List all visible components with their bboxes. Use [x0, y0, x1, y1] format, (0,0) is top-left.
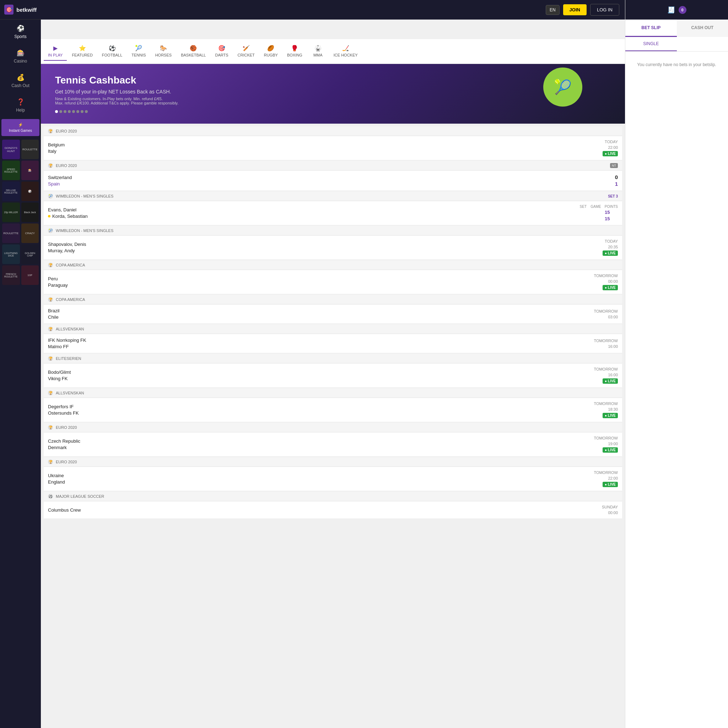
competition-header-1: 🏆 EURO 2020 — [44, 127, 622, 136]
match-row[interactable]: IFK Norrkoping FK Malmo FF TOMORROW 16:0… — [44, 334, 622, 353]
comp-flag-1: 🏆 — [48, 128, 53, 134]
match-teams-6: Brazil Chile — [48, 308, 60, 320]
darts-label: DARTS — [215, 53, 228, 57]
sidebar-item-instant-games[interactable]: ⚡ Instant Games — [2, 119, 40, 136]
match-time-6: 03:00 — [608, 315, 618, 319]
game-thumb-golden-chip[interactable]: GOLDEN CHIP — [21, 245, 39, 264]
sport-nav-mma[interactable]: 🥋 MMA — [307, 42, 329, 61]
game-thumb-roulette2[interactable]: ROULETTE — [2, 223, 20, 243]
score-switzerland: 0 — [615, 174, 618, 180]
match-teams-7: IFK Norrkoping FK Malmo FF — [48, 338, 86, 349]
match-scores-3: SET GAME POINTS 1 3 15 1 5 15 — [579, 205, 618, 221]
game-thumb-lightning[interactable]: LIGHTNING DICE — [2, 245, 20, 264]
sport-nav-featured[interactable]: ⭐ FEATURED — [67, 42, 96, 61]
sport-nav-horses[interactable]: 🐎 HORSES — [151, 42, 176, 61]
competition-name-4: WIMBLEDON - MEN'S SINGLES — [56, 228, 113, 233]
cricket-icon: 🏏 — [243, 45, 250, 52]
match-group-euro2020-4: 🏆 EURO 2020 Ukraine England TOMORROW 22:… — [44, 457, 622, 491]
promo-banner[interactable]: Tennis Cashback Get 10% of your in-play … — [41, 64, 625, 124]
boxing-icon: 🥊 — [291, 45, 298, 52]
sidebar-item-help[interactable]: ❓ Help — [0, 93, 41, 118]
game-thumb-crazy[interactable]: CRAZY — [21, 223, 39, 243]
match-row[interactable]: Ukraine England TOMORROW 22:00 ● LIVE — [44, 467, 622, 491]
competition-name-5: COPA AMERICA — [56, 263, 85, 267]
match-row[interactable]: Switzerland Spain 0 1 — [44, 171, 622, 191]
game-thumb-10f[interactable]: 10F — [21, 265, 39, 285]
competition-header-7: 🏆 ALLSVENSKAN — [44, 324, 622, 334]
match-row[interactable]: Brazil Chile TOMORROW 03:00 — [44, 304, 622, 324]
match-meta-4: TODAY 20:35 ● LIVE — [603, 239, 618, 256]
game-thumb-20p[interactable]: 20p MILLER — [2, 202, 20, 222]
tab-bet-slip[interactable]: BET SLIP — [626, 20, 677, 37]
score-spain: 1 — [615, 181, 618, 187]
match-row[interactable]: Belgium Italy TODAY 22:00 ● LIVE — [44, 136, 622, 160]
match-teams-9: Degerfors IF Ostersunds FK — [48, 404, 79, 416]
match-time-10: 19:00 — [608, 442, 618, 446]
match-row[interactable]: Shapovalov, Denis Murray, Andy TODAY 20:… — [44, 236, 622, 260]
match-row[interactable]: Peru Paraguay TOMORROW 00:00 ● LIVE — [44, 270, 622, 294]
sidebar-item-sports[interactable]: ⚽ Sports — [0, 20, 41, 44]
game-thumb-blackjack[interactable]: Black Jack — [21, 202, 39, 222]
game-thumb-deluxe-roulette[interactable]: DELUXE ROULETTE — [2, 182, 20, 201]
tab-single[interactable]: SINGLE — [626, 37, 677, 51]
team-peru: Peru — [48, 276, 68, 281]
match-time-4: 20:35 — [608, 245, 618, 249]
mma-label: MMA — [314, 53, 323, 57]
join-button[interactable]: JOIN — [563, 4, 587, 15]
match-group-allsvenskan-1: 🏆 ALLSVENSKAN IFK Norrkoping FK Malmo FF… — [44, 324, 622, 353]
sport-nav-tennis[interactable]: 🎾 TENNIS — [127, 42, 150, 61]
match-row[interactable]: Bodo/Glimt Viking FK TOMORROW 16:00 ● LI… — [44, 364, 622, 388]
match-meta-9: TOMORROW 18:30 ● LIVE — [594, 401, 618, 418]
match-group-allsvenskan-2: 🏆 ALLSVENSKAN Degerfors IF Ostersunds FK… — [44, 388, 622, 422]
team-paraguay: Paraguay — [48, 283, 68, 288]
sport-nav-basketball[interactable]: 🏀 BASKETBALL — [177, 42, 210, 61]
instant-games-icon: ⚡ — [18, 122, 23, 127]
match-row[interactable]: Evans, Daniel Korda, Sebastian SET GAME … — [44, 201, 622, 225]
match-meta-10: TOMORROW 19:00 ● LIVE — [594, 436, 618, 453]
match-day-7: TOMORROW — [594, 339, 618, 343]
game-thumb-slot1[interactable]: 🎰 — [21, 161, 39, 180]
sport-nav-in-play[interactable]: ▶ IN PLAY — [44, 42, 67, 61]
game-thumb-gonzo[interactable]: GONZO'S HUNT — [2, 140, 20, 159]
match-row[interactable]: Columbus Crew SUNDAY 00:00 — [44, 501, 622, 519]
team-switzerland: Switzerland — [48, 175, 72, 180]
match-group-euro2020-2: 🏆 EURO 2020 NT Switzerland Spain 0 1 — [44, 161, 622, 191]
competition-name-9: ALLSVENSKAN — [56, 391, 84, 395]
sport-nav-rugby[interactable]: 🏉 RUGBY — [260, 42, 282, 61]
match-day-4: TODAY — [605, 239, 618, 243]
game-thumb-speed-roulette[interactable]: SPEED ROULETTE — [2, 161, 20, 180]
help-icon: ❓ — [17, 98, 24, 106]
match-row[interactable]: Czech Republic Denmark TOMORROW 19:00 ● … — [44, 433, 622, 457]
match-day-12: SUNDAY — [602, 505, 618, 509]
match-teams-5: Peru Paraguay — [48, 276, 68, 288]
login-button[interactable]: LOG IN — [590, 4, 619, 15]
banner-text1: New & Existing customers. In-Play bets o… — [55, 96, 611, 101]
game-grid: GONZO'S HUNT ROULETTE SPEED ROULETTE 🎰 D… — [0, 138, 41, 287]
tab-accumulators[interactable]: ACCUMULATORS — [677, 37, 728, 51]
match-day-10: TOMORROW — [594, 436, 618, 440]
cashout-icon: 💰 — [17, 73, 24, 81]
game-thumb-french-roulette[interactable]: FRENCH ROULETTE — [2, 265, 20, 285]
sidebar: 🎯 betkwiff ⚽ Sports 🎰 Casino 💰 Cash Out … — [0, 0, 41, 728]
basketball-label: BASKETBALL — [181, 53, 206, 57]
tab-cash-out[interactable]: CASH OUT — [677, 20, 728, 37]
competition-header-8: 🏆 ELITESERIEN — [44, 354, 622, 364]
sport-nav-boxing[interactable]: 🥊 BOXING — [283, 42, 307, 61]
sidebar-item-casino[interactable]: 🎰 Casino — [0, 44, 41, 69]
sidebar-item-cashout[interactable]: 💰 Cash Out — [0, 69, 41, 93]
sport-nav-darts[interactable]: 🎯 DARTS — [211, 42, 232, 61]
comp-flag-6: 🏆 — [48, 297, 53, 302]
language-button[interactable]: EN — [546, 5, 560, 15]
sport-nav-ice-hockey[interactable]: 🏒 ICE HOCKEY — [329, 42, 362, 61]
right-topbar: 🧾 0 — [626, 0, 728, 20]
sport-nav-football[interactable]: ⚽ FOOTBALL — [98, 42, 127, 61]
evans-scores: 1 3 15 — [579, 210, 618, 215]
team-korda: Korda, Sebastian — [48, 214, 88, 219]
sport-nav-cricket[interactable]: 🏏 CRICKET — [233, 42, 259, 61]
match-teams-11: Ukraine England — [48, 473, 65, 485]
game-thumb-slot2[interactable]: 🎲 — [21, 182, 39, 201]
game-thumb-roulette1[interactable]: ROULETTE — [21, 140, 39, 159]
comp-flag-9: 🏆 — [48, 390, 53, 395]
match-row[interactable]: Degerfors IF Ostersunds FK TOMORROW 18:3… — [44, 398, 622, 422]
betslip-empty-message: You currently have no bets in your betsl… — [626, 52, 728, 78]
